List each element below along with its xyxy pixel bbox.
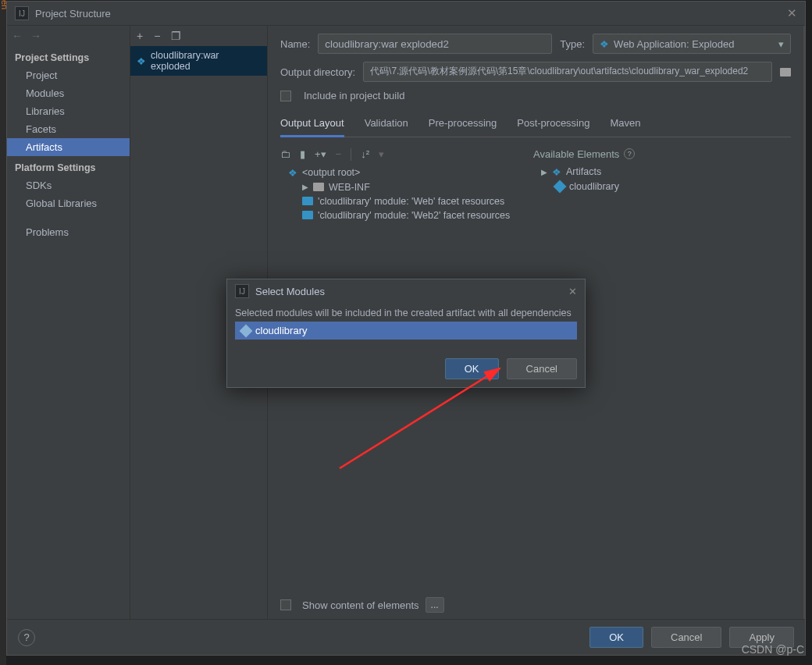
tab-post-processing[interactable]: Post-processing — [517, 114, 589, 137]
show-content-label: Show content of elements — [302, 599, 419, 611]
cancel-button[interactable]: Cancel — [651, 627, 721, 648]
tree-facet-web2[interactable]: 'cloudlibrary' module: 'Web2' facet reso… — [280, 208, 530, 222]
chevron-right-icon: ▶ — [541, 168, 547, 176]
modal-description: Selected modules will be included in the… — [235, 308, 577, 318]
chevron-down-icon: ▾ — [778, 38, 784, 50]
output-dir-value: 代码\7.源代码\教材案例源代码\第15章\cloudlibrary\out\a… — [370, 66, 748, 76]
app-icon: IJ — [235, 284, 249, 298]
ok-button[interactable]: OK — [589, 627, 643, 648]
tree-facet-web[interactable]: 'cloudlibrary' module: 'Web' facet resou… — [280, 194, 530, 208]
add-copy-icon[interactable]: +▾ — [315, 148, 326, 160]
section-platform-settings: Platform Settings — [7, 156, 130, 176]
remove-icon[interactable]: − — [154, 30, 160, 42]
output-dir-input[interactable]: 代码\7.源代码\教材案例源代码\第15章\cloudlibrary\out\a… — [363, 62, 772, 82]
artifact-tabs: Output Layout Validation Pre-processing … — [280, 109, 791, 137]
sidebar-item-libraries[interactable]: Libraries — [7, 102, 130, 120]
modal-cancel-button[interactable]: Cancel — [507, 358, 577, 379]
expand-icon[interactable]: ▾ — [379, 148, 384, 160]
close-icon[interactable]: ✕ — [787, 6, 797, 20]
new-folder-icon[interactable]: 🗀 — [280, 148, 290, 160]
artifact-type-icon: ❖ — [600, 38, 609, 50]
chevron-right-icon: ▶ — [302, 183, 308, 191]
watermark: CSDN @p-C — [742, 643, 804, 656]
sidebar-item-sdks[interactable]: SDKs — [7, 176, 130, 194]
copy-icon[interactable]: ❐ — [171, 30, 181, 42]
type-label: Type: — [560, 38, 585, 50]
titlebar: IJ Project Structure ✕ — [7, 2, 805, 25]
sidebar-item-artifacts[interactable]: Artifacts — [7, 138, 130, 156]
sort-icon[interactable]: ↓² — [361, 148, 369, 160]
help-icon[interactable]: ? — [624, 148, 635, 159]
name-input[interactable] — [318, 34, 552, 54]
modal-title: Select Modules — [255, 286, 325, 297]
output-toolbar: 🗀 ▮ +▾ − ↓² ▾ — [280, 145, 530, 165]
sidebar-item-facets[interactable]: Facets — [7, 120, 130, 138]
help-button[interactable]: ? — [18, 629, 35, 646]
select-modules-dialog: IJ Select Modules ✕ Selected modules wil… — [226, 279, 586, 388]
artifact-icon: ❖ — [137, 55, 146, 67]
artifact-list-item[interactable]: ❖ cloudlibrary:war exploded — [130, 46, 267, 76]
nav-forward-icon[interactable]: → — [30, 30, 41, 42]
ide-gutter: en — [0, 0, 6, 665]
show-content-more-button[interactable]: ... — [426, 597, 444, 613]
name-label: Name: — [280, 38, 310, 50]
dialog-footer: ? OK Cancel Apply — [7, 619, 805, 655]
tree-output-root[interactable]: ❖ <output root> — [280, 165, 530, 180]
include-build-checkbox[interactable] — [280, 91, 291, 101]
type-value: Web Application: Exploded — [614, 38, 734, 50]
new-archive-icon[interactable]: ▮ — [300, 148, 305, 160]
artifact-list-item-label: cloudlibrary:war exploded — [151, 50, 261, 72]
tab-output-layout[interactable]: Output Layout — [280, 114, 344, 137]
sidebar-item-project[interactable]: Project — [7, 66, 130, 84]
facet-icon — [302, 211, 313, 219]
artifact-icon: ❖ — [288, 167, 297, 179]
type-select[interactable]: ❖ Web Application: Exploded ▾ — [593, 34, 791, 54]
sidebar: ← → Project Settings Project Modules Lib… — [7, 26, 130, 619]
section-project-settings: Project Settings — [7, 46, 130, 66]
tab-pre-processing[interactable]: Pre-processing — [429, 114, 497, 137]
available-elements-label: Available Elements — [533, 148, 619, 160]
module-icon — [554, 180, 567, 193]
sidebar-item-problems[interactable]: Problems — [7, 223, 130, 241]
sidebar-item-modules[interactable]: Modules — [7, 84, 130, 102]
app-icon: IJ — [15, 6, 29, 20]
artifact-icon: ❖ — [552, 166, 561, 178]
window-title: Project Structure — [35, 8, 111, 20]
tab-validation[interactable]: Validation — [365, 114, 408, 137]
available-artifacts[interactable]: ▶ ❖ Artifacts — [533, 165, 791, 180]
folder-icon — [313, 183, 324, 191]
add-icon[interactable]: + — [137, 30, 143, 42]
facet-icon — [302, 197, 313, 205]
include-build-label: Include in project build — [304, 90, 404, 101]
module-list-item-label: cloudlibrary — [255, 325, 307, 336]
sidebar-item-global-libraries[interactable]: Global Libraries — [7, 194, 130, 212]
remove-item-icon[interactable]: − — [336, 148, 342, 160]
output-dir-label: Output directory: — [280, 66, 355, 78]
module-icon — [240, 324, 253, 337]
browse-folder-icon[interactable] — [780, 68, 791, 76]
tab-maven[interactable]: Maven — [610, 114, 640, 137]
available-module[interactable]: cloudlibrary — [533, 180, 791, 194]
show-content-checkbox[interactable] — [280, 599, 291, 610]
modal-ok-button[interactable]: OK — [445, 358, 499, 379]
nav-back-icon[interactable]: ← — [12, 30, 23, 42]
tree-webinf[interactable]: ▶ WEB-INF — [280, 180, 530, 194]
close-icon[interactable]: ✕ — [568, 286, 577, 297]
module-list-item[interactable]: cloudlibrary — [235, 322, 577, 340]
